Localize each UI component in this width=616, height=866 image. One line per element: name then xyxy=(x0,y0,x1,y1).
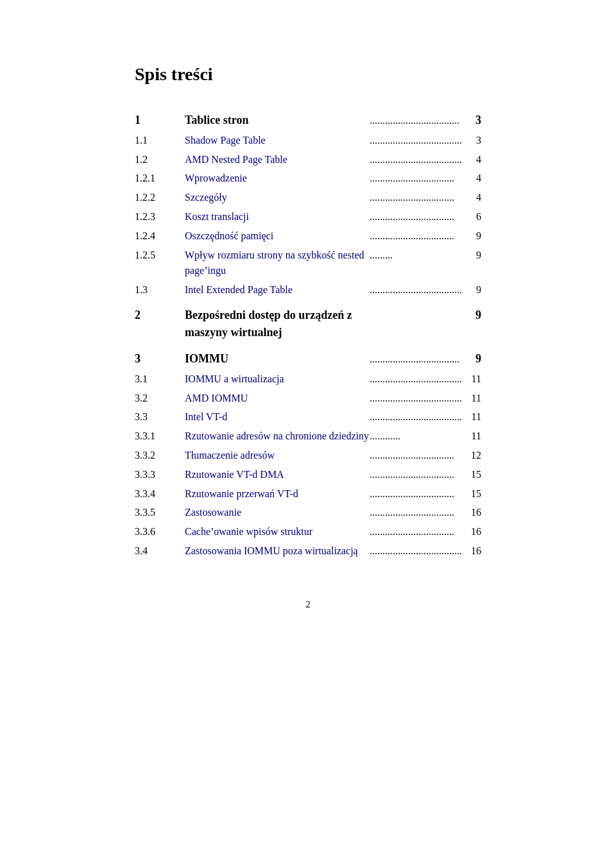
toc-row: 1.2.4Oszczędność pamięci................… xyxy=(135,226,481,246)
toc-page: 11 xyxy=(462,408,481,427)
toc-row: 1.2.5Wpływ rozmiaru strony na szybkość n… xyxy=(135,246,481,281)
toc-dots: ................................. xyxy=(370,484,462,504)
toc-row: 3.3.5Zastosowanie.......................… xyxy=(135,504,481,523)
toc-label: Shadow Page Table xyxy=(185,131,370,150)
toc-page: 3 xyxy=(462,105,481,131)
page: Spis treści 1Tablice stron..............… xyxy=(83,26,533,649)
toc-table: 1Tablice stron..........................… xyxy=(135,105,481,561)
toc-num: 3.3.5 xyxy=(135,504,185,523)
toc-num: 3.3 xyxy=(135,408,185,427)
toc-page: 11 xyxy=(462,389,481,408)
toc-page: 9 xyxy=(462,344,481,369)
toc-num: 1.2 xyxy=(135,150,185,169)
toc-label: Wpływ rozmiaru strony na szybkość nested… xyxy=(185,246,370,281)
toc-label: Rzutowanie przerwań VT-d xyxy=(185,484,370,504)
toc-dots: ................................. xyxy=(370,208,462,227)
toc-label: Intel Extended Page Table xyxy=(185,281,370,300)
toc-dots: .................................... xyxy=(370,541,462,561)
toc-num: 3.2 xyxy=(135,389,185,408)
toc-row: 1.2.1Wprowadzenie.......................… xyxy=(135,169,481,189)
toc-label: Intel VT-d xyxy=(185,408,370,427)
toc-row: 3.3.4Rzutowanie przerwań VT-d...........… xyxy=(135,484,481,504)
toc-dots: .................................... xyxy=(370,389,462,408)
toc-num: 1.3 xyxy=(135,281,185,300)
toc-num: 1.2.2 xyxy=(135,189,185,208)
toc-page: 9 xyxy=(462,281,481,300)
toc-page: 11 xyxy=(462,369,481,389)
toc-dots: .................................... xyxy=(370,281,462,300)
toc-label: Bezpośredni dostęp do urządzeń z maszyny… xyxy=(185,300,370,344)
toc-page: 16 xyxy=(462,523,481,542)
toc-dots: ................................. xyxy=(370,169,462,189)
toc-label: Tłumaczenie adresów xyxy=(185,446,370,465)
toc-row: 1.3Intel Extended Page Table............… xyxy=(135,281,481,300)
toc-page: 9 xyxy=(462,246,481,281)
toc-dots: ................................. xyxy=(370,465,462,484)
toc-page: 4 xyxy=(462,169,481,189)
toc-row: 1Tablice stron..........................… xyxy=(135,105,481,131)
toc-num: 1.2.3 xyxy=(135,208,185,227)
toc-page: 3 xyxy=(462,131,481,150)
toc-page: 9 xyxy=(462,226,481,246)
toc-dots: .................................... xyxy=(370,408,462,427)
toc-row: 3.3.1Rzutowanie adresów na chronione dzi… xyxy=(135,427,481,446)
toc-page: 9 xyxy=(462,300,481,344)
toc-page: 11 xyxy=(462,427,481,446)
toc-num: 1 xyxy=(135,105,185,131)
toc-num: 3 xyxy=(135,344,185,369)
toc-row: 3.2AMD IOMMU............................… xyxy=(135,389,481,408)
toc-label: Wprowadzenie xyxy=(185,169,370,189)
toc-num: 3.3.3 xyxy=(135,465,185,484)
toc-num: 3.3.2 xyxy=(135,446,185,465)
toc-row: 3.3Intel VT-d...........................… xyxy=(135,408,481,427)
toc-num: 1.2.4 xyxy=(135,226,185,246)
toc-row: 1.2.2Szczegóły..........................… xyxy=(135,189,481,208)
toc-num: 1.1 xyxy=(135,131,185,150)
toc-num: 3.4 xyxy=(135,541,185,561)
toc-row: 3IOMMU..................................… xyxy=(135,344,481,369)
toc-label: IOMMU a wirtualizacja xyxy=(185,369,370,389)
toc-num: 3.3.1 xyxy=(135,427,185,446)
toc-num: 3.1 xyxy=(135,369,185,389)
toc-row: 3.1IOMMU a wirtualizacja................… xyxy=(135,369,481,389)
toc-row: 1.1Shadow Page Table....................… xyxy=(135,131,481,150)
toc-num: 3.3.6 xyxy=(135,523,185,542)
toc-num: 2 xyxy=(135,300,185,344)
toc-dots: ................................. xyxy=(370,226,462,246)
toc-page: 15 xyxy=(462,465,481,484)
toc-page: 16 xyxy=(462,504,481,523)
toc-page: 4 xyxy=(462,189,481,208)
toc-num: 1.2.1 xyxy=(135,169,185,189)
toc-page: 12 xyxy=(462,446,481,465)
toc-dots: ................................. xyxy=(370,504,462,523)
toc-row: 1.2AMD Nested Page Table................… xyxy=(135,150,481,169)
toc-dots xyxy=(370,300,462,344)
toc-page: 6 xyxy=(462,208,481,227)
toc-label: Rzutowanie adresów na chronione dziedzin… xyxy=(185,427,370,446)
toc-dots: ......... xyxy=(370,246,462,281)
toc-row: 3.4Zastosowania IOMMU poza wirtualizacją… xyxy=(135,541,481,561)
toc-dots: ................................. xyxy=(370,446,462,465)
toc-dots: ............ xyxy=(370,427,462,446)
toc-row: 3.3.6Cache’owanie wpisów struktur.......… xyxy=(135,523,481,542)
toc-dots: .................................... xyxy=(370,131,462,150)
toc-page: 16 xyxy=(462,541,481,561)
toc-label: Tablice stron xyxy=(185,105,370,131)
toc-num: 1.2.5 xyxy=(135,246,185,281)
toc-dots: ................................... xyxy=(370,105,462,131)
toc-row: 3.3.2Tłumaczenie adresów................… xyxy=(135,446,481,465)
toc-label: Zastosowania IOMMU poza wirtualizacją xyxy=(185,541,370,561)
toc-dots: .................................... xyxy=(370,150,462,169)
toc-page: 4 xyxy=(462,150,481,169)
toc-label: Zastosowanie xyxy=(185,504,370,523)
bottom-page-number: 2 xyxy=(135,599,481,610)
toc-row: 3.3.3Rzutowanie VT-d DMA................… xyxy=(135,465,481,484)
toc-label: Szczegóły xyxy=(185,189,370,208)
toc-label: Cache’owanie wpisów struktur xyxy=(185,523,370,542)
toc-dots: .................................... xyxy=(370,369,462,389)
page-title: Spis treści xyxy=(135,64,481,85)
toc-dots: ................................... xyxy=(370,344,462,369)
toc-num: 3.3.4 xyxy=(135,484,185,504)
toc-row: 2Bezpośredni dostęp do urządzeń z maszyn… xyxy=(135,300,481,344)
toc-dots: ................................. xyxy=(370,523,462,542)
